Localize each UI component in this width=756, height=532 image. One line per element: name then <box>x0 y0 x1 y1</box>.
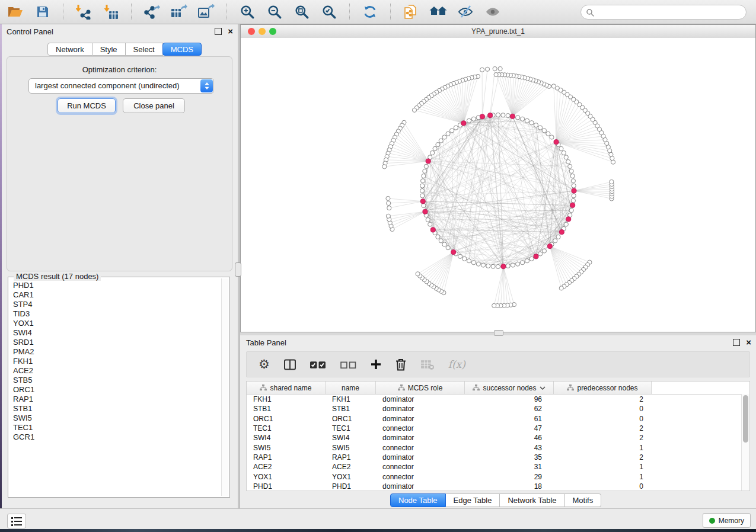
cell-mcds-role[interactable]: connector <box>376 424 465 432</box>
cell-shared-name[interactable]: ACE2 <box>247 463 326 471</box>
tab-network-table[interactable]: Network Table <box>500 493 564 507</box>
cell-successor-nodes[interactable]: 46 <box>465 434 554 442</box>
tab-select[interactable]: Select <box>126 43 163 56</box>
cell-name[interactable]: ACE2 <box>326 463 376 471</box>
cell-predecessor-nodes[interactable]: 0 <box>554 415 652 423</box>
zoom-out-icon[interactable] <box>265 2 284 21</box>
cell-name[interactable]: SWI4 <box>326 434 376 442</box>
select-all-icon[interactable] <box>310 360 326 369</box>
mcds-result-item[interactable]: PMA2 <box>13 347 216 357</box>
column-header-successor-nodes[interactable]: successor nodes <box>465 382 554 394</box>
cell-name[interactable]: STB1 <box>326 405 376 413</box>
cell-predecessor-nodes[interactable]: 2 <box>554 395 652 403</box>
cell-shared-name[interactable]: YOX1 <box>247 473 326 481</box>
close-panel-icon[interactable]: × <box>746 339 751 346</box>
mcds-result-item[interactable]: ACE2 <box>13 366 216 376</box>
cell-mcds-role[interactable]: dominator <box>376 434 465 442</box>
zoom-in-icon[interactable] <box>238 2 257 21</box>
add-column-icon[interactable] <box>371 359 381 370</box>
cell-predecessor-nodes[interactable]: 2 <box>554 453 652 462</box>
table-row[interactable]: SWI5SWI5connector431 <box>247 443 749 452</box>
cell-successor-nodes[interactable]: 29 <box>465 473 554 481</box>
cell-predecessor-nodes[interactable]: 1 <box>554 444 652 452</box>
cell-predecessor-nodes[interactable]: 2 <box>554 424 652 432</box>
clone-network-icon[interactable] <box>401 2 420 21</box>
zoom-fit-icon[interactable] <box>292 2 311 21</box>
mcds-result-item[interactable]: CAR1 <box>13 290 216 300</box>
cell-name[interactable]: PHD1 <box>326 482 376 491</box>
table-row[interactable]: TEC1TEC1connector472 <box>247 424 749 433</box>
cell-name[interactable]: TEC1 <box>326 424 376 432</box>
table-row[interactable]: YOX1YOX1connector291 <box>247 472 749 481</box>
run-mcds-button[interactable]: Run MCDS <box>58 98 116 113</box>
mcds-result-item[interactable]: YOX1 <box>13 319 216 328</box>
mcds-result-item[interactable]: STP4 <box>13 300 216 309</box>
table-row[interactable]: FKH1FKH1dominator962 <box>247 395 749 404</box>
cell-mcds-role[interactable]: dominator <box>376 405 465 413</box>
cell-successor-nodes[interactable]: 47 <box>465 424 554 432</box>
column-header-mcds-role[interactable]: MCDS role <box>376 382 465 394</box>
table-scrollbar[interactable] <box>741 394 749 491</box>
cell-shared-name[interactable]: RAP1 <box>247 453 326 462</box>
cell-successor-nodes[interactable]: 35 <box>465 453 554 462</box>
mcds-result-item[interactable]: TID3 <box>13 309 216 319</box>
cell-mcds-role[interactable]: connector <box>376 463 465 471</box>
show-columns-icon[interactable] <box>284 359 296 370</box>
cell-mcds-role[interactable]: dominator <box>376 453 465 462</box>
cell-mcds-role[interactable]: dominator <box>376 415 465 423</box>
cell-successor-nodes[interactable]: 31 <box>465 463 554 471</box>
cell-shared-name[interactable]: STB1 <box>247 405 326 413</box>
cell-shared-name[interactable]: ORC1 <box>247 415 326 423</box>
mcds-result-item[interactable]: TEC1 <box>13 423 216 432</box>
float-panel-icon[interactable] <box>215 28 222 35</box>
mcds-result-item[interactable]: SRD1 <box>13 338 216 347</box>
show-eye-icon[interactable] <box>483 2 502 21</box>
tab-style[interactable]: Style <box>92 43 126 56</box>
cell-name[interactable]: SWI5 <box>326 444 376 452</box>
cell-name[interactable]: YOX1 <box>326 473 376 481</box>
refresh-layout-icon[interactable] <box>361 2 379 21</box>
search-input[interactable] <box>594 6 746 19</box>
open-folder-icon[interactable] <box>6 2 25 21</box>
tab-edge-table[interactable]: Edge Table <box>446 493 500 507</box>
cell-shared-name[interactable]: SWI5 <box>247 444 326 452</box>
mcds-result-item[interactable]: RAP1 <box>13 395 216 404</box>
cell-successor-nodes[interactable]: 61 <box>465 415 554 423</box>
cell-predecessor-nodes[interactable]: 0 <box>554 482 652 491</box>
mcds-result-item[interactable]: SWI4 <box>13 328 216 338</box>
table-row[interactable]: ACE2ACE2connector311 <box>247 462 749 472</box>
cell-successor-nodes[interactable]: 18 <box>465 482 554 491</box>
hide-eye-icon[interactable] <box>456 2 475 21</box>
deselect-all-icon[interactable] <box>340 360 356 369</box>
mcds-result-item[interactable]: ORC1 <box>13 385 216 395</box>
export-network-icon[interactable] <box>142 2 161 21</box>
minimize-window-icon[interactable] <box>259 28 266 35</box>
splitter-grip[interactable] <box>494 330 503 336</box>
cell-successor-nodes[interactable]: 62 <box>465 405 554 413</box>
save-icon[interactable] <box>33 2 52 21</box>
float-panel-icon[interactable] <box>733 339 740 346</box>
column-header-shared-name[interactable]: shared name <box>247 382 326 394</box>
cell-mcds-role[interactable]: dominator <box>376 482 465 491</box>
search-box[interactable] <box>580 5 747 20</box>
zoom-window-icon[interactable] <box>269 28 276 35</box>
zoom-selected-icon[interactable] <box>320 2 339 21</box>
cell-shared-name[interactable]: SWI4 <box>247 434 326 442</box>
table-row[interactable]: PHD1PHD1dominator180 <box>247 482 749 491</box>
table-scrollbar-thumb[interactable] <box>743 395 748 443</box>
import-table-icon[interactable] <box>101 2 120 21</box>
splitter-grip[interactable] <box>235 262 241 277</box>
tab-node-table[interactable]: Node Table <box>390 493 446 507</box>
close-panel-icon[interactable]: × <box>228 28 233 35</box>
mcds-result-item[interactable]: PHD1 <box>13 281 216 290</box>
export-image-icon[interactable] <box>197 2 216 21</box>
column-header-predecessor-nodes[interactable]: predecessor nodes <box>554 382 652 394</box>
cell-mcds-role[interactable]: dominator <box>376 395 465 403</box>
network-canvas[interactable] <box>241 38 755 332</box>
cell-predecessor-nodes[interactable]: 0 <box>554 405 652 413</box>
homes-icon[interactable] <box>429 2 448 21</box>
cell-shared-name[interactable]: TEC1 <box>247 424 326 432</box>
mcds-result-item[interactable]: FKH1 <box>13 357 216 366</box>
tab-motifs[interactable]: Motifs <box>565 493 602 507</box>
mcds-result-item[interactable]: STB5 <box>13 376 216 385</box>
